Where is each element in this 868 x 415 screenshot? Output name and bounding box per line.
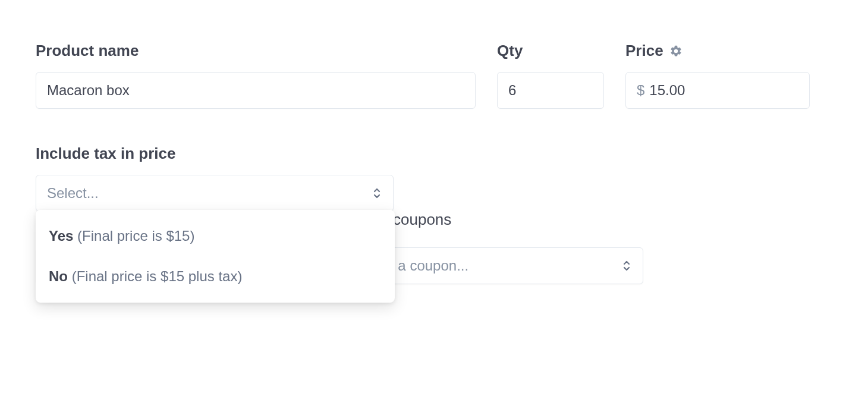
- product-row: Product name Qty Price $: [36, 42, 832, 109]
- include-tax-placeholder: Select...: [47, 185, 99, 202]
- qty-input[interactable]: [508, 82, 593, 99]
- qty-label: Qty: [497, 42, 604, 60]
- coupons-label: coupons: [393, 210, 451, 229]
- include-tax-select[interactable]: Select...: [36, 175, 394, 212]
- price-input-wrapper[interactable]: $: [625, 72, 810, 109]
- price-field: Price $: [625, 42, 810, 109]
- include-tax-option-no[interactable]: No (Final price is $15 plus tax): [36, 256, 395, 297]
- product-name-input-wrapper[interactable]: [36, 72, 476, 109]
- option-no-bold: No: [49, 268, 68, 284]
- product-name-label: Product name: [36, 42, 476, 60]
- price-input[interactable]: [649, 82, 798, 99]
- include-tax-option-yes[interactable]: Yes (Final price is $15): [36, 216, 395, 256]
- include-tax-label: Include tax in price: [36, 144, 832, 163]
- include-tax-section: Include tax in price Select... Yes (Fina…: [36, 144, 832, 212]
- option-yes-bold: Yes: [49, 228, 73, 244]
- chevron-updown-icon: [372, 186, 382, 200]
- price-label: Price: [625, 42, 810, 60]
- currency-symbol: $: [637, 82, 644, 99]
- qty-input-wrapper[interactable]: [497, 72, 604, 109]
- option-yes-rest: (Final price is $15): [73, 228, 194, 244]
- qty-field: Qty: [497, 42, 604, 109]
- product-name-field: Product name: [36, 42, 476, 109]
- product-name-input[interactable]: [47, 82, 464, 99]
- include-tax-dropdown: Yes (Final price is $15) No (Final price…: [36, 210, 395, 303]
- gear-icon[interactable]: [669, 45, 683, 58]
- option-no-rest: (Final price is $15 plus tax): [68, 268, 242, 284]
- price-label-text: Price: [625, 42, 663, 60]
- chevron-updown-icon: [621, 259, 632, 273]
